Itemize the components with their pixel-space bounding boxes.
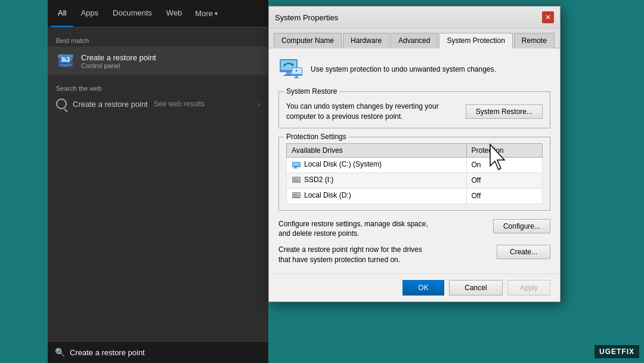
svg-rect-19 [294, 78, 299, 78]
dialog-header-text: Use system protection to undo unwanted s… [311, 65, 496, 73]
dialog-tabs: Computer Name Hardware Advanced System P… [269, 29, 560, 48]
svg-rect-23 [293, 168, 298, 168]
svg-rect-31 [293, 195, 298, 196]
start-tabs: All Apps Documents Web More [48, 0, 268, 27]
cancel-button[interactable]: Cancel [449, 280, 503, 296]
search-circle-icon [56, 99, 67, 109]
svg-rect-25 [293, 177, 300, 182]
control-panel-icon [56, 51, 75, 70]
protection-c: On [466, 157, 542, 173]
tab-more[interactable]: More [189, 0, 224, 27]
restore-row: You can undo system changes by reverting… [286, 101, 543, 122]
protection-d: Off [466, 188, 542, 204]
col-protection: Protection [466, 143, 542, 157]
result-text: Create a restore point Control panel [81, 53, 156, 69]
web-section: Search the web Create a restore point Se… [48, 75, 268, 119]
svg-rect-29 [293, 193, 300, 197]
table-row: SSD2 (I:) Off [287, 173, 543, 188]
protection-settings-section: Protection Settings Available Drives Pro… [278, 137, 550, 211]
restore-description: You can undo system changes by reverting… [286, 101, 441, 122]
protection-table: Available Drives Protection [286, 143, 543, 204]
watermark: UGETFIX [595, 345, 639, 358]
restore-point-result[interactable]: Create a restore point Control panel [48, 47, 268, 75]
apply-button[interactable]: Apply [507, 280, 550, 296]
svg-rect-14 [286, 72, 291, 75]
dialog-close-button[interactable]: ✕ [542, 11, 554, 23]
svg-rect-30 [293, 194, 296, 195]
system-properties-dialog: System Properties ✕ Computer Name Hardwa… [268, 6, 561, 302]
tab-system-protection[interactable]: System Protection [439, 33, 512, 48]
search-input[interactable] [70, 348, 261, 357]
tab-all[interactable]: All [51, 0, 73, 27]
tab-remote[interactable]: Remote [514, 33, 555, 48]
system-restore-section: System Restore You can undo system chang… [278, 91, 550, 128]
system-restore-title: System Restore [284, 87, 339, 96]
drive-c: Local Disk (C:) (System) [287, 157, 467, 173]
system-restore-button[interactable]: System Restore... [466, 104, 543, 119]
protection-settings-title: Protection Settings [284, 133, 349, 141]
svg-rect-26 [293, 179, 296, 179]
svg-rect-7 [64, 64, 67, 66]
result-title: Create a restore point [81, 53, 156, 62]
tab-documents[interactable]: Documents [106, 0, 159, 27]
create-button[interactable]: Create... [497, 245, 550, 259]
tab-web[interactable]: Web [159, 0, 190, 27]
result-subtitle: Control panel [81, 62, 156, 69]
drive-c-icon-label: Local Disk (C:) (System) [292, 160, 382, 168]
configure-text: Configure restore settings, manage disk … [278, 219, 434, 239]
tab-computer-name[interactable]: Computer Name [274, 33, 342, 48]
dialog-content: Use system protection to undo unwanted s… [269, 48, 560, 273]
web-search-item[interactable]: Create a restore point See web results › [48, 94, 268, 113]
web-search-text: Create a restore point [73, 100, 148, 109]
web-chevron-icon: › [258, 100, 260, 107]
web-see-more-text: See web results [154, 100, 205, 108]
search-web-label: Search the web [48, 81, 268, 94]
search-results: Best match [48, 27, 268, 341]
tab-apps[interactable]: Apps [73, 0, 106, 27]
start-panel: All Apps Documents Web More Best match [48, 0, 268, 363]
dialog-header: Use system protection to undo unwanted s… [278, 57, 550, 82]
table-row: Local Disk (D:) Off [287, 188, 543, 204]
drive-ssd2: SSD2 (I:) [287, 173, 467, 188]
best-match-label: Best match [48, 33, 268, 47]
dialog-footer: OK Cancel Apply [269, 273, 560, 302]
web-search-left: Create a restore point See web results [56, 99, 205, 109]
dialog-title: System Properties [275, 13, 338, 22]
create-row: Create a restore point right now for the… [278, 245, 550, 265]
col-drives: Available Drives [287, 143, 467, 157]
tab-advanced[interactable]: Advanced [391, 33, 438, 48]
svg-rect-21 [293, 162, 300, 166]
create-text: Create a restore point right now for the… [278, 245, 434, 265]
ok-button[interactable]: OK [402, 280, 444, 296]
dialog-titlebar: System Properties ✕ [269, 7, 560, 29]
tab-hardware[interactable]: Hardware [343, 33, 389, 48]
svg-rect-18 [295, 76, 298, 78]
svg-rect-8 [63, 66, 69, 67]
protection-ssd2: Off [466, 173, 542, 188]
drive-d-icon-label: Local Disk (D:) [292, 191, 351, 199]
svg-rect-27 [293, 180, 298, 180]
configure-button[interactable]: Configure... [493, 219, 550, 233]
configure-row: Configure restore settings, manage disk … [278, 219, 550, 239]
drive-ssd2-icon-label: SSD2 (I:) [292, 176, 333, 184]
search-bar: 🔍 [48, 341, 268, 363]
drive-d: Local Disk (D:) [287, 188, 467, 204]
search-bar-icon: 🔍 [55, 347, 65, 357]
system-protection-icon [278, 57, 304, 82]
table-row: Local Disk (C:) (System) On [287, 157, 543, 173]
